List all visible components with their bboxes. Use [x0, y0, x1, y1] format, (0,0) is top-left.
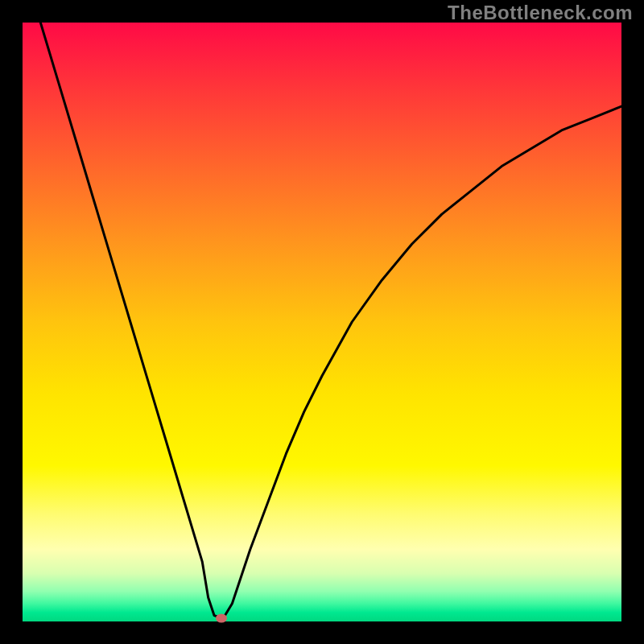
minimum-marker [216, 614, 227, 623]
bottleneck-curve [40, 23, 621, 618]
watermark-text: TheBottleneck.com [448, 2, 633, 24]
plot-area [23, 23, 621, 621]
curve-layer [23, 23, 621, 621]
chart-frame: TheBottleneck.com [0, 0, 644, 644]
